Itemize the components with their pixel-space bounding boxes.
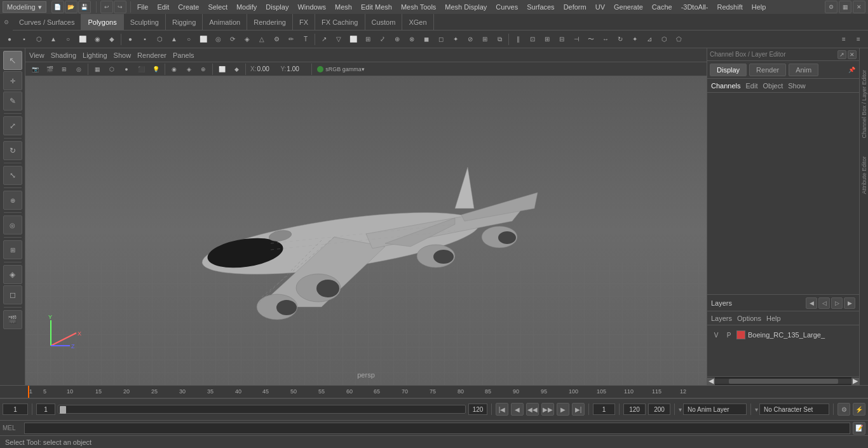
layer-prev-icon[interactable]: ◀ (806, 297, 817, 309)
timeline-ruler[interactable]: 1 5 10 15 20 25 30 35 40 45 50 55 60 65 … (0, 386, 868, 398)
film-icon[interactable]: 🎬 (43, 62, 57, 76)
offset-loop-icon[interactable]: ⊟ (555, 32, 569, 46)
move-tool-btn[interactable]: ⤢ (3, 116, 22, 135)
new-file-icon[interactable]: 📄 (51, 1, 64, 13)
render-region-icon[interactable]: ⬜ (215, 62, 229, 76)
color-space-selector[interactable]: sRGB gamma ▾ (314, 62, 368, 76)
paint-tool-btn[interactable]: ✎ (3, 92, 22, 111)
scroll-right-icon[interactable]: ▶ (851, 377, 859, 385)
play-back-btn[interactable]: ◀◀ (526, 403, 539, 416)
object-label[interactable]: Object (763, 82, 783, 90)
menu-mesh[interactable]: Mesh (331, 2, 356, 12)
platonic-icon[interactable]: ◆ (105, 32, 119, 46)
open-file-icon[interactable]: 📂 (65, 1, 78, 13)
extrude-icon[interactable]: ⊞ (361, 32, 375, 46)
scroll-left-icon[interactable]: ◀ (707, 377, 715, 385)
soft-select-btn[interactable]: ◎ (3, 215, 22, 234)
current-frame-display[interactable] (593, 404, 615, 415)
remesh-icon[interactable]: ⊞ (478, 32, 492, 46)
connect-icon[interactable]: ⊡ (526, 32, 539, 46)
tab-custom[interactable]: Custom (365, 14, 403, 31)
sphere-icon[interactable]: ● (3, 32, 17, 46)
channel-box-float-icon[interactable]: ↗ (837, 50, 846, 59)
step-back-btn[interactable]: ◀ (511, 403, 524, 416)
char-set-field[interactable] (759, 404, 829, 415)
poly-cube-icon[interactable]: ▪ (138, 32, 152, 46)
layers-menu-help[interactable]: Help (766, 315, 781, 322)
viewport-menu-view[interactable]: View (29, 51, 44, 59)
viewport-menu-lighting[interactable]: Lighting (83, 51, 107, 59)
append-icon[interactable]: ⊕ (390, 32, 404, 46)
viewport-menu-show[interactable]: Show (114, 51, 132, 59)
cylinder-icon[interactable]: ⬡ (32, 32, 46, 46)
spin-icon[interactable]: ↻ (613, 32, 627, 46)
tab-xgen[interactable]: XGen (402, 14, 433, 31)
scroll-thumb[interactable] (729, 379, 838, 384)
xray-icon[interactable]: ◈ (182, 62, 196, 76)
tab-anim[interactable]: Anim (789, 64, 818, 76)
lighting-icon[interactable]: 💡 (149, 62, 163, 76)
edge-flow-icon[interactable]: 〜 (584, 32, 598, 46)
show-manip-icon[interactable]: ⊕ (196, 62, 210, 76)
flip-icon[interactable]: ↔ (599, 32, 613, 46)
menu-edit-mesh[interactable]: Edit Mesh (357, 2, 396, 12)
channels-label[interactable]: Channels (711, 82, 740, 90)
tab-curves-surfaces[interactable]: Curves / Surfaces (13, 14, 81, 31)
camera-icon[interactable]: 📷 (28, 62, 42, 76)
tab-fx-caching[interactable]: FX Caching (315, 14, 365, 31)
edit-label[interactable]: Edit (745, 82, 757, 90)
disk-icon[interactable]: ◉ (90, 32, 104, 46)
menu-3dtall[interactable]: -3DtoAll- (677, 2, 712, 12)
menu-uv[interactable]: UV (592, 2, 609, 12)
wireframe-icon[interactable]: ⬡ (105, 62, 119, 76)
hypershade-icon[interactable]: ◆ (229, 62, 243, 76)
project-icon[interactable]: ⊗ (405, 32, 419, 46)
layer-playback[interactable]: P (724, 332, 734, 339)
grid-icon[interactable]: ▦ (90, 62, 104, 76)
menu-select[interactable]: Select (204, 2, 231, 12)
layer-next2-icon[interactable]: ▷ (831, 297, 843, 309)
bridge-icon[interactable]: ⤦ (376, 32, 390, 46)
retopo-icon[interactable]: ⧉ (492, 32, 506, 46)
menu-windows[interactable]: Windows (294, 2, 330, 12)
layer-next-icon[interactable]: ▶ (844, 297, 855, 309)
menu-surfaces[interactable]: Surfaces (523, 2, 558, 12)
cleanup-icon[interactable]: ✦ (449, 32, 463, 46)
mel-script-icon[interactable]: 📝 (853, 422, 865, 435)
tab-polygons[interactable]: Polygons (81, 14, 123, 31)
anim-layer-field[interactable] (683, 404, 747, 415)
poly-sphere-icon[interactable]: ● (123, 32, 137, 46)
display-all-btn[interactable]: ◈ (3, 265, 22, 284)
skip-to-start-btn[interactable]: |◀ (496, 403, 508, 416)
step-forward-btn[interactable]: ▶ (557, 403, 569, 416)
auto-key-icon[interactable]: ⚡ (853, 403, 865, 416)
anim-settings-icon[interactable]: ⚙ (837, 403, 850, 416)
menu-mesh-tools[interactable]: Mesh Tools (397, 2, 440, 12)
channel-box-icon[interactable]: ≡ (837, 32, 851, 46)
insert-loop-icon[interactable]: ⊞ (540, 32, 554, 46)
cone-icon[interactable]: ▲ (46, 32, 60, 46)
universal-tool-btn[interactable]: ⊕ (3, 191, 22, 210)
bevel-icon[interactable]: ⬡ (657, 32, 671, 46)
texture-icon[interactable]: ⬛ (134, 62, 148, 76)
smooth-icon[interactable]: ↗ (317, 32, 331, 46)
select-tool-btn[interactable]: ↖ (3, 51, 22, 70)
tab-display[interactable]: Display (710, 64, 747, 76)
rotate-tool-btn[interactable]: ↻ (3, 141, 22, 160)
poke-icon[interactable]: ✦ (628, 32, 642, 46)
menu-redshift[interactable]: Redshift (713, 2, 746, 12)
menu-help[interactable]: Help (748, 2, 770, 12)
chamfer-icon[interactable]: ⬠ (672, 32, 686, 46)
viewport-menu-panels[interactable]: Panels (173, 51, 194, 59)
viewport-canvas[interactable]: X Y Z persp (25, 76, 707, 385)
channel-box-tab[interactable]: Channel Box / Layer Editor (861, 67, 867, 141)
quadrangulate-icon[interactable]: ⬜ (346, 32, 360, 46)
poly-pipe-icon[interactable]: ◎ (211, 32, 225, 46)
menu-curves[interactable]: Curves (492, 2, 522, 12)
close-icon[interactable]: ✕ (853, 1, 865, 13)
timeline-slider[interactable] (58, 405, 466, 414)
poly-svg-icon[interactable]: ✏ (284, 32, 298, 46)
channel-box-close-icon[interactable]: ✕ (848, 50, 857, 59)
smooth-shade-icon[interactable]: ◉ (167, 62, 181, 76)
viewport-menu-shading[interactable]: Shading (51, 51, 76, 59)
